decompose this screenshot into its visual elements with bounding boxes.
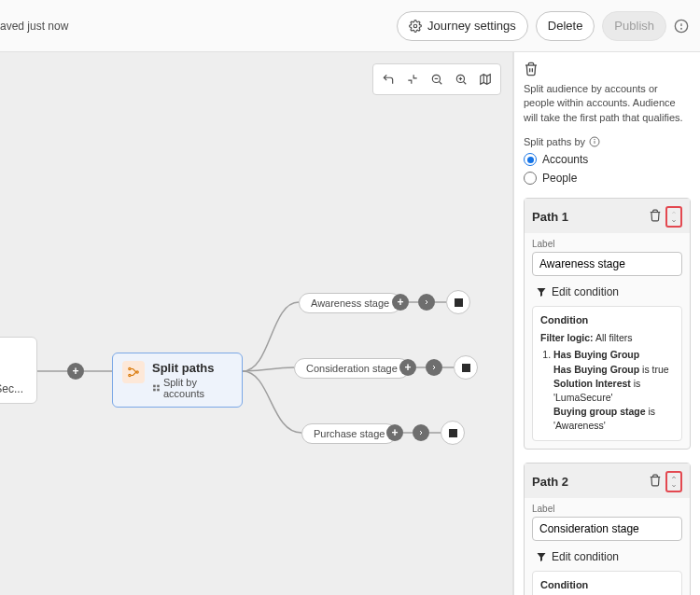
panel-delete-button[interactable] xyxy=(524,62,691,76)
path2-reorder xyxy=(665,471,682,492)
svg-rect-20 xyxy=(153,389,156,392)
path3-add-button[interactable]: + xyxy=(386,424,403,441)
collapse-button[interactable] xyxy=(401,68,424,90)
journey-settings-button[interactable]: Journey settings xyxy=(397,11,528,41)
path2-move-up-button[interactable] xyxy=(669,474,679,481)
chevron-down-icon xyxy=(670,218,678,224)
topbar-actions: Journey settings Delete Publish xyxy=(397,11,689,41)
trash-icon xyxy=(649,474,662,487)
path2-condition: Condition Filter logic: All filters Has … xyxy=(532,571,682,595)
svg-rect-18 xyxy=(153,385,156,388)
path2-label-caption: Label xyxy=(532,504,682,514)
path2-delete-button[interactable] xyxy=(649,474,662,490)
canvas-toolbar xyxy=(372,63,501,95)
path1-expand-button[interactable] xyxy=(418,294,435,311)
journey-settings-label: Journey settings xyxy=(427,19,516,33)
chevron-up-icon xyxy=(670,210,678,215)
path2-add-button[interactable]: + xyxy=(399,359,416,376)
svg-marker-35 xyxy=(538,288,546,297)
svg-line-26 xyxy=(463,81,466,84)
delete-button[interactable]: Delete xyxy=(536,11,595,41)
svg-point-15 xyxy=(129,367,131,369)
svg-point-3 xyxy=(681,28,682,29)
panel-description: Split audience by accounts or people wit… xyxy=(524,82,691,125)
path2-end-node[interactable] xyxy=(454,355,478,380)
path1-condition: Condition Filter logic: All filters Has … xyxy=(532,306,682,440)
zoom-out-button[interactable] xyxy=(426,68,448,90)
filter-icon xyxy=(536,286,547,298)
upstream-node[interactable]: ring ent umaSec... xyxy=(0,337,37,404)
trash-icon xyxy=(524,62,539,76)
radio-people[interactable]: People xyxy=(524,172,691,185)
path1-reorder xyxy=(665,206,682,228)
path2-title: Path 2 xyxy=(532,475,568,489)
svg-rect-19 xyxy=(157,385,160,388)
save-status: aved just now xyxy=(0,20,68,33)
path1-title: Path 1 xyxy=(532,210,568,224)
path-pill-purchase[interactable]: Purchase stage xyxy=(301,423,397,444)
path2-label-input[interactable] xyxy=(532,517,682,541)
radio-accounts[interactable]: Accounts xyxy=(524,153,691,166)
path1-block: Path 1 Label Edit condition xyxy=(524,198,691,449)
svg-point-16 xyxy=(129,374,131,376)
svg-rect-21 xyxy=(157,389,160,392)
flow-connectors xyxy=(0,52,512,595)
filter-icon xyxy=(536,551,547,562)
path-pill-awareness[interactable]: Awareness stage xyxy=(299,293,401,313)
radio-icon xyxy=(524,172,537,185)
svg-point-34 xyxy=(595,139,595,140)
zoom-in-button[interactable] xyxy=(450,68,472,90)
split-node-title: Split paths xyxy=(152,361,232,375)
path2-block: Path 2 Label Edit condition xyxy=(524,463,691,595)
svg-marker-29 xyxy=(481,75,491,85)
path1-label-caption: Label xyxy=(532,239,682,249)
upstream-title: ring xyxy=(0,345,27,358)
path1-label-input[interactable] xyxy=(532,252,682,276)
publish-button: Publish xyxy=(602,11,666,41)
gear-icon xyxy=(409,20,422,33)
path3-expand-button[interactable] xyxy=(413,424,429,441)
path1-move-down-button[interactable] xyxy=(669,217,679,225)
path3-end-node[interactable] xyxy=(441,421,465,445)
split-by-label: Split paths by xyxy=(524,136,691,147)
split-paths-node[interactable]: Split paths Split by accounts xyxy=(112,353,243,408)
svg-point-0 xyxy=(413,24,417,28)
chevron-down-icon xyxy=(670,483,678,489)
path2-edit-condition-button[interactable]: Edit condition xyxy=(536,550,682,563)
path2-move-down-button[interactable] xyxy=(669,482,679,490)
properties-panel: Split audience by accounts or people wit… xyxy=(513,52,700,595)
radio-icon xyxy=(524,153,537,166)
svg-marker-36 xyxy=(538,553,546,561)
main: ring ent umaSec... + Split paths Split b… xyxy=(0,52,700,595)
map-button[interactable] xyxy=(474,68,497,90)
info-icon[interactable] xyxy=(589,136,600,147)
path1-delete-button[interactable] xyxy=(649,209,662,225)
add-step-button[interactable]: + xyxy=(67,363,84,380)
path1-edit-condition-button[interactable]: Edit condition xyxy=(536,285,682,298)
topbar: aved just now Journey settings Delete Pu… xyxy=(0,0,700,52)
help-icon[interactable] xyxy=(674,19,689,34)
path1-add-button[interactable]: + xyxy=(392,294,409,311)
trash-icon xyxy=(649,209,662,222)
upstream-row2: umaSec... xyxy=(0,382,27,395)
split-icon xyxy=(122,361,145,383)
journey-canvas[interactable]: ring ent umaSec... + Split paths Split b… xyxy=(0,52,513,595)
path1-move-up-button[interactable] xyxy=(669,209,679,216)
undo-button[interactable] xyxy=(377,68,399,90)
split-node-subtitle: Split by accounts xyxy=(152,377,232,399)
chevron-up-icon xyxy=(670,475,678,480)
grid-icon xyxy=(152,383,161,393)
svg-line-23 xyxy=(439,81,441,84)
path2-expand-button[interactable] xyxy=(426,359,442,376)
path1-end-node[interactable] xyxy=(446,290,470,314)
path-pill-consideration[interactable]: Consideration stage xyxy=(294,358,410,379)
upstream-row1: ent xyxy=(0,364,27,377)
